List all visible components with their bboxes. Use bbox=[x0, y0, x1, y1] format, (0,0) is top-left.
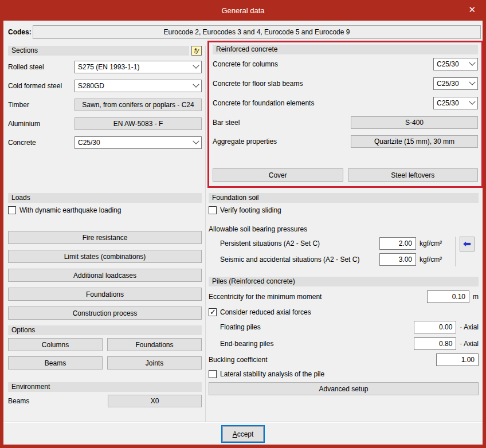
concrete-foundation-label: Concrete for foundation elements bbox=[213, 99, 433, 107]
concrete-combo[interactable]: C25/30 bbox=[75, 136, 202, 149]
concrete-columns-combo[interactable]: C25/30 bbox=[433, 58, 478, 70]
column-divider bbox=[205, 46, 206, 422]
bar-steel-button[interactable]: S-400 bbox=[351, 116, 478, 129]
reinforced-concrete-header: Reinforced concrete bbox=[213, 45, 478, 54]
foundations-loads-button[interactable]: Foundations bbox=[8, 288, 202, 301]
options-foundations-button[interactable]: Foundations bbox=[107, 338, 202, 351]
end-bearing-piles-label: End-bearing piles bbox=[209, 340, 414, 348]
construction-process-button[interactable]: Construction process bbox=[8, 306, 202, 320]
concrete-foundation-combo[interactable]: C25/30 bbox=[433, 97, 478, 109]
chevron-down-icon bbox=[467, 101, 477, 105]
seismic-situations-label: Seismic and accidental situations (A2 - … bbox=[209, 256, 379, 264]
timber-label: Timber bbox=[8, 101, 75, 109]
aggregate-properties-label: Aggregate properties bbox=[213, 137, 351, 146]
persistent-situations-label: Persistent situations (A2 - Set C) bbox=[209, 239, 379, 247]
codes-label: Codes: bbox=[6, 28, 33, 36]
cover-button[interactable]: Cover bbox=[213, 168, 343, 182]
verify-footing-label: Verify footing sliding bbox=[220, 206, 281, 214]
rolled-steel-label: Rolled steel bbox=[8, 63, 75, 71]
options-columns-button[interactable]: Columns bbox=[8, 338, 103, 351]
titlebar[interactable]: General data ✕ bbox=[0, 0, 486, 21]
timber-button[interactable]: Sawn, from conifers or poplars - C24 bbox=[75, 99, 202, 111]
lateral-stability-checkbox[interactable] bbox=[209, 370, 217, 378]
eccentricity-unit: m bbox=[473, 293, 479, 301]
right-column: Reinforced concrete Concrete for columns… bbox=[209, 41, 479, 395]
floating-piles-input[interactable]: 0.00 bbox=[414, 321, 456, 333]
aluminium-button[interactable]: EN AW-5083 - F bbox=[75, 117, 202, 130]
aluminium-label: Aluminium bbox=[8, 120, 75, 128]
reduced-axial-checkbox-row[interactable]: Consider reduced axial forces bbox=[209, 308, 479, 317]
chevron-down-icon bbox=[191, 84, 201, 88]
concrete-floor-slab-label: Concrete for floor slab beams bbox=[213, 80, 433, 88]
reinforced-concrete-highlight-box: Reinforced concrete Concrete for columns… bbox=[207, 41, 483, 188]
reduced-axial-checkbox[interactable] bbox=[209, 308, 217, 316]
piles-header: Piles (Reinforced concrete) bbox=[209, 277, 479, 286]
eccentricity-label: Eccentricity for the minimum moment bbox=[209, 293, 427, 301]
concrete-columns-label: Concrete for columns bbox=[213, 60, 433, 68]
general-data-dialog: General data ✕ Codes: Eurocode 2, Euroco… bbox=[0, 0, 486, 448]
footer-divider bbox=[3, 422, 483, 423]
bar-steel-label: Bar steel bbox=[213, 119, 351, 127]
end-bearing-piles-input[interactable]: 0.80 bbox=[414, 337, 456, 350]
verify-footing-checkbox-row[interactable]: Verify footing sliding bbox=[209, 206, 479, 215]
advanced-setup-button[interactable]: Advanced setup bbox=[209, 382, 479, 395]
end-bearing-piles-unit: · Axial bbox=[460, 340, 479, 348]
dynamic-earthquake-checkbox-row[interactable]: With dynamic earthquake loading bbox=[8, 206, 202, 215]
chevron-down-icon bbox=[467, 62, 477, 66]
seismic-pressure-input[interactable]: 3.00 bbox=[379, 253, 416, 266]
persistent-pressure-input[interactable]: 2.00 bbox=[379, 237, 416, 250]
environment-beams-button[interactable]: X0 bbox=[108, 395, 202, 407]
environment-beams-label: Beams bbox=[8, 397, 108, 405]
dynamic-earthquake-label: With dynamic earthquake loading bbox=[19, 206, 121, 214]
concrete-label: Concrete bbox=[8, 139, 75, 147]
dialog-content: Codes: Eurocode 2, Eurocodes 3 and 4, Eu… bbox=[3, 21, 483, 445]
cold-formed-steel-label: Cold formed steel bbox=[8, 82, 75, 90]
rolled-steel-combo[interactable]: S275 (EN 1993-1-1) bbox=[75, 61, 202, 73]
buckling-coefficient-label: Buckling coefficient bbox=[209, 356, 436, 364]
accept-button[interactable]: Accept bbox=[222, 426, 264, 442]
steel-yield-icon[interactable]: fy bbox=[191, 46, 202, 56]
verify-footing-checkbox[interactable] bbox=[209, 206, 217, 214]
chevron-down-icon bbox=[467, 81, 477, 86]
aggregate-properties-button[interactable]: Quartzite (15 mm), 30 mm bbox=[351, 135, 478, 148]
codes-field[interactable]: Eurocode 2, Eurocodes 3 and 4, Eurocode … bbox=[33, 25, 481, 39]
reduced-axial-label: Consider reduced axial forces bbox=[220, 308, 311, 316]
concrete-floor-slab-combo[interactable]: C25/30 bbox=[433, 77, 478, 90]
dialog-title: General data bbox=[221, 6, 264, 15]
environment-header: Environment bbox=[8, 382, 202, 392]
loads-header: Loads bbox=[8, 193, 202, 203]
persistent-pressure-unit: kgf/cm² bbox=[420, 239, 449, 247]
sections-header: Sections bbox=[8, 46, 189, 56]
bearing-pressures-label: Allowable soil bearing pressures bbox=[209, 225, 479, 234]
fire-resistance-button[interactable]: Fire resistance bbox=[8, 231, 202, 244]
codes-row: Codes: Eurocode 2, Eurocodes 3 and 4, Eu… bbox=[6, 25, 481, 39]
floating-piles-unit: · Axial bbox=[460, 323, 479, 331]
foundation-soil-header: Foundation soil bbox=[209, 193, 479, 203]
close-icon[interactable]: ✕ bbox=[468, 5, 476, 15]
options-beams-button[interactable]: Beams bbox=[8, 356, 103, 370]
copy-value-button[interactable]: ⬅ bbox=[460, 237, 475, 251]
steel-leftovers-button[interactable]: Steel leftovers bbox=[348, 168, 479, 182]
dynamic-earthquake-checkbox[interactable] bbox=[8, 206, 16, 214]
buckling-coefficient-input[interactable]: 1.00 bbox=[436, 353, 479, 366]
additional-loadcases-button[interactable]: Additional loadcases bbox=[8, 269, 202, 282]
chevron-down-icon bbox=[191, 65, 201, 69]
eccentricity-input[interactable]: 0.10 bbox=[427, 290, 469, 303]
lateral-stability-checkbox-row[interactable]: Lateral stability analysis of the pile bbox=[209, 370, 479, 379]
left-column: Sections fy Rolled steel S275 (EN 1993-1… bbox=[8, 46, 202, 407]
limit-states-button[interactable]: Limit states (combinations) bbox=[8, 250, 202, 263]
lateral-stability-label: Lateral stability analysis of the pile bbox=[220, 370, 324, 378]
options-header: Options bbox=[8, 325, 202, 335]
chevron-down-icon bbox=[191, 140, 201, 145]
blue-left-arrow-icon: ⬅ bbox=[463, 239, 471, 249]
seismic-pressure-unit: kgf/cm² bbox=[420, 256, 449, 264]
options-joints-button[interactable]: Joints bbox=[107, 356, 202, 370]
cold-formed-steel-combo[interactable]: S280GD bbox=[75, 80, 202, 92]
floating-piles-label: Floating piles bbox=[209, 323, 414, 331]
